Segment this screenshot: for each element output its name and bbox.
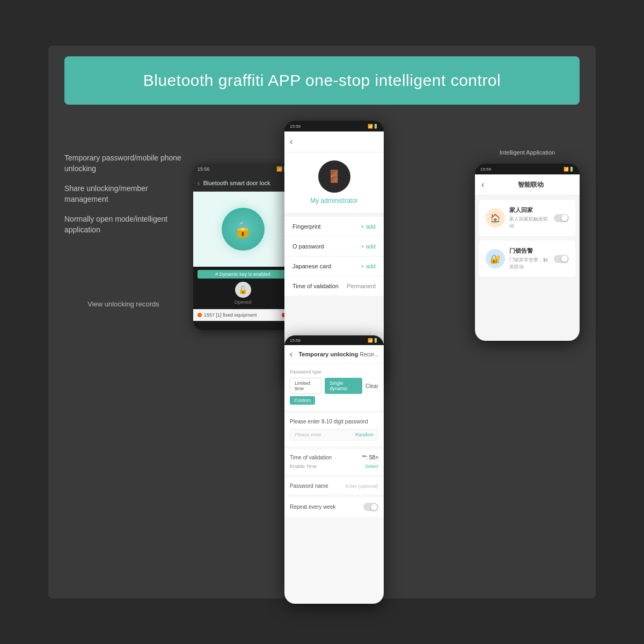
phone4-status-bar: 15:59 📶🔋 [475,164,580,174]
view-records-label: View unlocking records [64,300,182,308]
phone2-time: 15:59 [290,124,301,129]
phone2-back-arrow[interactable]: ‹ [290,137,292,147]
left-panel: Temporary password/mobile phone unlockin… [64,121,182,604]
smart-item-1-sub: 家人回家机触发联动 [509,216,550,230]
intelligent-app-label: Intelligent Application [475,149,580,156]
smart-icon-home: 🏠 [486,208,505,228]
lock-icon: 🔒 [233,221,252,238]
fingerprint-label: Fingerprint [292,223,321,230]
header-banner: Bluetooth graffiti APP one-stop intellig… [64,56,580,105]
phone-intelligent-app: 15:59 📶🔋 ‹ 智能联动 🏠 家人回家 家人回家机触发联动 [475,164,580,341]
open-btn-area: 🔓 Opened [193,282,292,305]
enable-time-row: Enable Time Select [290,464,378,469]
pw-type-label: Password type [290,369,378,375]
time-validation-value: Permanent [347,283,376,289]
phone1-back-arrow[interactable]: ‹ [197,179,200,187]
toggle-knob [371,504,377,510]
phone4-app-header: ‹ 智能联动 [475,174,580,195]
device-info-row: 1557 [1] fixed equipment [193,309,292,321]
phone4-app-content: ‹ 智能联动 🏠 家人回家 家人回家机触发联动 [475,174,580,341]
phone1-status-bar: 15:56 📶🔋 [193,164,292,174]
phone1-title: Bluetooth smart door lock [203,180,270,186]
open-icon: 🔓 [238,286,247,294]
smart-item-1-title: 家人回家 [509,206,550,214]
open-circle-btn[interactable]: 🔓 [235,282,251,298]
lock-circle[interactable]: 🔒 [222,208,265,251]
phone4-back-arrow[interactable]: ‹ [481,180,484,189]
avatar: 🚪 [318,160,350,193]
fingerprint-row[interactable]: Fingerprint + add [284,217,384,237]
single-dynamic-chip[interactable]: Single dynamic [325,378,362,394]
phone1-time: 15:56 [197,166,210,172]
limited-time-chip[interactable]: Limited time [290,378,321,394]
repeat-row: Repeat every week [290,503,378,511]
pw-name-label: Password name [290,483,328,489]
clear-button[interactable]: Clear [365,383,378,389]
time-validation-row: Time of validation **: 58> [290,455,378,460]
phone3-back-arrow[interactable]: ‹ [290,349,292,359]
smart-item-1[interactable]: 🏠 家人回家 家人回家机触发联动 [479,200,575,236]
phone2-status-bar: 15:59 📶🔋 [284,121,384,131]
phone2-app-header: ‹ [284,131,384,152]
phone3-title: Temporary unlocking [298,351,358,357]
phone2-icons: 📶🔋 [368,124,378,129]
random-button[interactable]: Random [355,432,374,437]
fingerprint-add[interactable]: + add [361,223,376,230]
password-type-section: Password type Limited time Single dynami… [284,364,384,410]
japanese-card-label: Japanese card [292,263,331,269]
smart-item-2[interactable]: 🔐 门锁告警 门锁异常告警，触发联动 [479,240,575,277]
time-validation-row[interactable]: Time of validation Permanent [284,276,384,296]
repeat-label: Repeat every week [290,504,336,510]
open-label: Opened [193,299,292,305]
phone1-app-header: ‹ Bluetooth smart door lock [193,174,292,192]
smart-item-1-knob [561,215,568,221]
phone2-menu-section: Fingerprint + add O password + add Japan… [284,217,384,296]
phone-temp-password: 15:56 📶🔋 ‹ Temporary unlocking Recor... … [284,335,384,604]
smart-item-2-knob [561,255,568,262]
o-password-row[interactable]: O password + add [284,237,384,257]
password-input-section: Please enter 8-10 digit password Please … [284,413,384,446]
repeat-section: Repeat every week [284,497,384,516]
validation-section: Time of validation **: 58> Enable Time S… [284,449,384,474]
device-text: 1557 [1] fixed equipment [204,312,282,318]
phone4-icons: 📶🔋 [564,167,574,172]
password-input-row: Please enter Random [290,429,378,441]
phone3-status-bar: 15:56 📶🔋 [284,335,384,345]
o-password-label: O password [292,243,324,250]
smart-icon-lock-alert: 🔐 [486,249,505,268]
japanese-card-add[interactable]: + add [361,263,376,269]
avatar-section: 🚪 My administrator [284,152,384,213]
phone4-title: 智能联动 [488,180,573,189]
dynamic-key-label: # Dynamic key is enabled [197,270,288,279]
smart-item-2-title: 门锁告警 [509,247,550,255]
phone4-time: 15:59 [480,167,491,172]
repeat-toggle[interactable] [363,503,378,511]
o-password-add[interactable]: + add [361,243,376,250]
phone3-records[interactable]: Recor... [360,352,378,357]
phone3-app-content: ‹ Temporary unlocking Recor... Password … [284,345,384,604]
password-name-section: Password name Enter (optional) [284,478,384,494]
phone3-time: 15:56 [290,338,301,343]
smart-item-1-toggle[interactable] [554,214,569,222]
time-of-validation-label: Time of validation [290,455,332,460]
phone-bluetooth-lock: 15:56 📶🔋 ‹ Bluetooth smart door lock 🔒 #… [193,164,292,330]
enable-time-label: Enable Time [290,464,317,469]
phone1-lock-area: 🔒 [193,192,292,267]
smart-item-1-text: 家人回家 家人回家机触发联动 [509,206,550,230]
japanese-card-row[interactable]: Japanese card + add [284,257,384,276]
feature-1: Temporary password/mobile phone unlockin… [64,153,182,174]
select-button[interactable]: Select [365,464,378,469]
content-area: Temporary password/mobile phone unlockin… [48,115,596,609]
smart-item-2-text: 门锁告警 门锁异常告警，触发联动 [509,247,550,270]
phones-area: 15:56 📶🔋 ‹ Bluetooth smart door lock 🔒 #… [193,121,580,604]
pw-name-placeholder[interactable]: Enter (optional) [345,484,378,489]
phone3-app-header: ‹ Temporary unlocking Recor... [284,345,384,364]
feature-2: Share unlocking/member management [64,184,182,204]
time-validation-label: Time of validation [292,283,339,289]
smart-item-2-toggle[interactable] [554,255,569,263]
header-title: Bluetooth graffiti APP one-stop intellig… [86,71,558,90]
custom-chip[interactable]: Custom [290,396,315,405]
type-chips-row: Limited time Single dynamic Clear [290,378,378,394]
pw-input-title: Please enter 8-10 digit password [290,419,378,425]
feature-3: Normally open mode/intelligent applicati… [64,214,182,235]
